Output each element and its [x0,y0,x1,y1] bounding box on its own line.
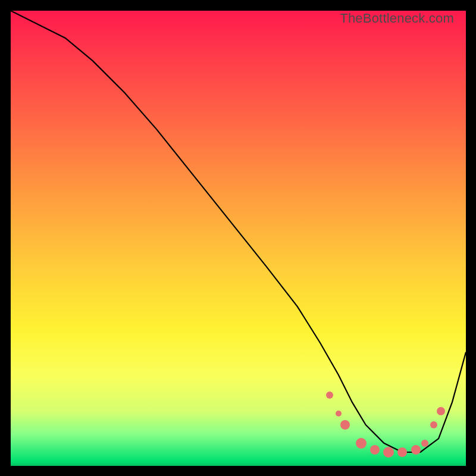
chart-curve [11,11,466,466]
chart-marker [326,392,333,399]
chart-marker [437,407,445,415]
chart-plot-area: TheBottleneck.com [11,11,466,466]
chart-marker [397,447,407,457]
chart-marker [430,421,437,428]
chart-marker [411,445,421,455]
chart-marker [340,420,350,430]
chart-marker [383,447,394,458]
chart-marker [336,411,342,416]
chart-marker [421,440,428,447]
chart-marker [370,445,380,455]
chart-marker [356,438,367,449]
